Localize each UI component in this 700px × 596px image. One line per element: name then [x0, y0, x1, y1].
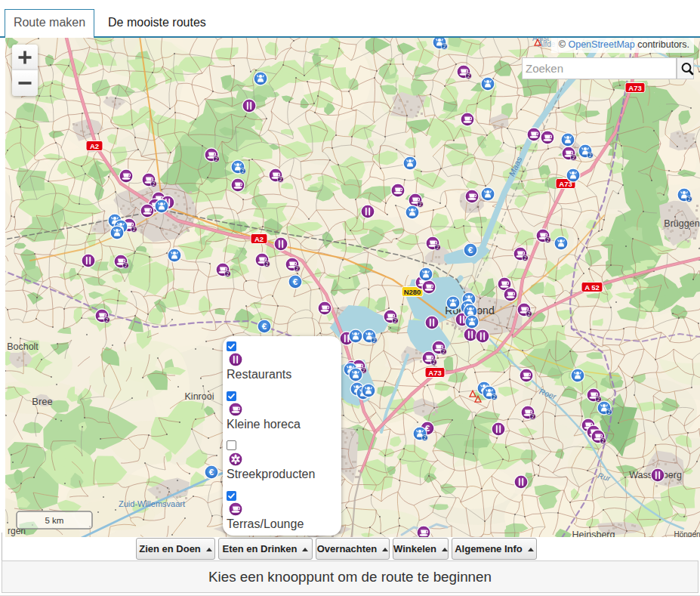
svg-text:2: 2 — [688, 196, 691, 202]
svg-text:2: 2 — [279, 177, 282, 182]
svg-text:Heinsberg: Heinsberg — [572, 530, 615, 537]
svg-text:2: 2 — [589, 153, 592, 158]
svg-text:2: 2 — [493, 394, 496, 400]
svg-text:A73: A73 — [628, 84, 641, 92]
svg-text:5 km: 5 km — [45, 516, 64, 525]
svg-text:€: € — [468, 246, 473, 255]
svg-text:Bree: Bree — [32, 396, 52, 407]
svg-text:Kinrooi: Kinrooi — [185, 391, 214, 402]
svg-text:2: 2 — [266, 261, 269, 267]
svg-text:2: 2 — [436, 245, 439, 250]
svg-text:2: 2 — [394, 318, 397, 323]
svg-text:2: 2 — [597, 397, 600, 402]
svg-text:2: 2 — [362, 368, 365, 373]
svg-text:2: 2 — [467, 73, 470, 79]
svg-text:2: 2 — [296, 266, 299, 271]
svg-text:€: € — [209, 468, 214, 477]
svg-text:A2: A2 — [254, 235, 264, 243]
svg-text:2: 2 — [242, 168, 245, 174]
svg-text:2: 2 — [106, 317, 109, 323]
svg-text:2: 2 — [419, 202, 422, 207]
svg-text:2: 2 — [424, 435, 427, 440]
svg-text:2: 2 — [528, 311, 531, 317]
svg-text:2: 2 — [524, 255, 527, 261]
svg-text:2: 2 — [133, 227, 136, 232]
svg-text:2: 2 — [215, 156, 218, 162]
svg-text:€: € — [293, 277, 298, 286]
svg-text:2: 2 — [572, 155, 575, 160]
svg-text:2: 2 — [373, 338, 376, 343]
svg-text:A 52: A 52 — [584, 283, 600, 292]
svg-text:2: 2 — [608, 409, 611, 415]
svg-text:2: 2 — [547, 237, 550, 242]
svg-text:2: 2 — [153, 181, 156, 187]
svg-text:Zuid-Willemsvaart: Zuid-Willemsvaart — [119, 499, 185, 508]
svg-text:2: 2 — [532, 414, 535, 419]
svg-text:2: 2 — [602, 438, 605, 443]
svg-text:2: 2 — [227, 271, 230, 276]
svg-text:A73: A73 — [428, 369, 441, 377]
svg-text:2: 2 — [443, 44, 446, 49]
svg-text:2: 2 — [443, 349, 446, 354]
svg-text:Bocholt: Bocholt — [7, 341, 39, 352]
svg-text:A2: A2 — [90, 142, 99, 150]
svg-text:€: € — [262, 322, 267, 331]
svg-text:2: 2 — [125, 263, 128, 268]
svg-text:Brüggen: Brüggen — [664, 218, 699, 229]
svg-text:Höngen: Höngen — [674, 530, 700, 537]
svg-text:2: 2 — [433, 360, 436, 365]
